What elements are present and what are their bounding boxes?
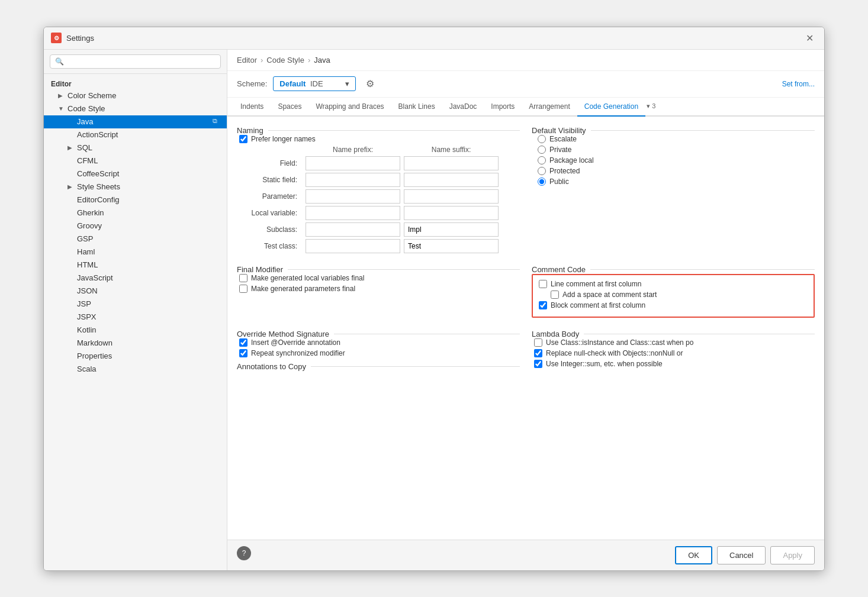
sidebar-item-java[interactable]: Java ⧉ — [44, 115, 227, 128]
sidebar-item-kotlin[interactable]: Kotlin ⧉ — [44, 324, 227, 337]
replace-null-check-checkbox[interactable] — [534, 349, 542, 357]
field-suffix-input[interactable] — [404, 156, 499, 170]
static-field-suffix-input[interactable] — [404, 173, 499, 187]
subclass-prefix-input[interactable] — [306, 222, 400, 237]
visibility-package-local-label: Package local — [549, 156, 594, 164]
tab-indents[interactable]: Indents — [233, 98, 271, 117]
insert-override-checkbox[interactable] — [239, 338, 247, 347]
visibility-private-radio[interactable] — [538, 146, 546, 154]
scheme-dropdown[interactable]: Default IDE ▾ — [273, 76, 356, 91]
lambda-body-options: Use Class::isInstance and Class::cast wh… — [532, 338, 815, 368]
sidebar-item-label: JSP — [77, 299, 213, 308]
set-from-link[interactable]: Set from... — [782, 80, 815, 88]
tab-javadoc[interactable]: JavaDoc — [442, 98, 484, 117]
sidebar-item-actionscript[interactable]: ActionScript ⧉ — [44, 128, 227, 141]
ok-button[interactable]: OK — [675, 546, 712, 564]
sidebar-item-style-sheets[interactable]: ▶ Style Sheets ⧉ — [44, 180, 227, 193]
sidebar-item-label: JSPX — [77, 312, 213, 321]
search-input[interactable] — [66, 57, 216, 66]
sidebar-item-label: Groovy — [77, 221, 213, 230]
apply-button[interactable]: Apply — [770, 546, 815, 564]
use-integer-sum-row: Use Integer::sum, etc. when possible — [534, 360, 815, 368]
test-class-prefix-input[interactable] — [306, 239, 400, 253]
sidebar-item-jsp[interactable]: JSP ⧉ — [44, 298, 227, 311]
override-method-title: Override Method Signature — [237, 330, 520, 338]
use-integer-sum-checkbox[interactable] — [534, 360, 542, 368]
local-variable-prefix-input[interactable] — [306, 206, 400, 220]
parameter-suffix-input[interactable] — [404, 189, 499, 204]
tab-arrangement[interactable]: Arrangement — [522, 98, 577, 117]
sidebar-item-javascript[interactable]: JavaScript ⧉ — [44, 272, 227, 285]
line-comment-first-col-checkbox[interactable] — [539, 280, 547, 288]
expand-arrow: ▶ — [67, 183, 76, 190]
visibility-public-label: Public — [549, 178, 569, 186]
visibility-package-local-radio[interactable] — [538, 156, 546, 164]
sidebar-item-color-scheme[interactable]: ▶ Color Scheme ⧉ — [44, 89, 227, 102]
final-local-vars-checkbox[interactable] — [239, 274, 247, 282]
naming-section: Naming Prefer longer names Name prefix: … — [237, 126, 520, 253]
sidebar-item-label: Haml — [77, 247, 213, 256]
repeat-synchronized-checkbox[interactable] — [239, 349, 247, 357]
final-params-checkbox[interactable] — [239, 285, 247, 293]
test-class-suffix-input[interactable] — [404, 239, 499, 253]
visibility-protected-row: Protected — [538, 167, 815, 175]
sidebar-item-gherkin[interactable]: Gherkin ⧉ — [44, 206, 227, 220]
use-integer-sum-label: Use Integer::sum, etc. when possible — [546, 360, 663, 368]
prefer-longer-row: Prefer longer names — [237, 135, 520, 143]
use-class-isinstance-checkbox[interactable] — [534, 338, 542, 347]
sidebar-tree: Editor ▶ Color Scheme ⧉ ▼ Code Style ⧉ J… — [44, 74, 227, 570]
breadcrumb-editor: Editor — [237, 56, 257, 64]
sidebar-item-haml[interactable]: Haml ⧉ — [44, 246, 227, 259]
static-field-prefix-input[interactable] — [306, 173, 400, 187]
parameter-prefix-input[interactable] — [306, 189, 400, 204]
visibility-protected-label: Protected — [549, 167, 580, 175]
subclass-suffix-input[interactable] — [404, 222, 499, 237]
field-prefix-input[interactable] — [306, 156, 400, 170]
help-button[interactable]: ? — [237, 546, 251, 560]
sidebar-item-scala[interactable]: Scala ⧉ — [44, 363, 227, 376]
sidebar-item-json[interactable]: JSON ⧉ — [44, 285, 227, 298]
scheme-name: Default — [279, 79, 306, 88]
line-comment-first-col-label: Line comment at first column — [551, 280, 641, 288]
visibility-protected-radio[interactable] — [538, 167, 546, 175]
lambda-body-title: Lambda Body — [532, 330, 815, 338]
tab-blank-lines[interactable]: Blank Lines — [391, 98, 442, 117]
comment-code-options: Line comment at first column Add a space… — [532, 274, 815, 318]
sidebar-item-coffeescript[interactable]: CoffeeScript ⧉ — [44, 167, 227, 180]
search-field-wrapper[interactable]: 🔍 — [50, 54, 221, 69]
block-comment-first-col-checkbox[interactable] — [539, 301, 547, 309]
cancel-button[interactable]: Cancel — [717, 546, 766, 564]
space-comment-start-checkbox[interactable] — [551, 291, 559, 299]
tab-imports[interactable]: Imports — [484, 98, 522, 117]
test-class-label: Test class: — [237, 242, 302, 250]
sidebar-item-html[interactable]: HTML ⧉ — [44, 259, 227, 272]
tabs-overflow[interactable]: ▾ 3 — [647, 98, 655, 115]
expand-arrow: ▶ — [67, 144, 76, 151]
sidebar-item-cfml[interactable]: CFML ⧉ — [44, 154, 227, 167]
sidebar-item-groovy[interactable]: Groovy ⧉ — [44, 220, 227, 233]
search-bar: 🔍 — [44, 50, 227, 74]
close-button[interactable]: ✕ — [802, 31, 817, 45]
tab-wrapping-braces[interactable]: Wrapping and Braces — [308, 98, 391, 117]
sidebar-item-sql[interactable]: ▶ SQL ⧉ — [44, 141, 227, 154]
sidebar-item-properties[interactable]: Properties ⧉ — [44, 350, 227, 363]
tab-code-generation[interactable]: Code Generation — [577, 98, 645, 117]
visibility-public-radio[interactable] — [538, 178, 546, 186]
sidebar-item-gsp[interactable]: GSP ⧉ — [44, 233, 227, 246]
subclass-label: Subclass: — [237, 225, 302, 234]
sidebar-item-editorconfig[interactable]: EditorConfig ⧉ — [44, 193, 227, 206]
sidebar-item-label: Color Scheme — [67, 91, 213, 100]
scheme-gear-button[interactable]: ⚙ — [362, 76, 378, 92]
visibility-escalate-radio[interactable] — [538, 135, 546, 143]
local-variable-suffix-input[interactable] — [404, 206, 499, 220]
sidebar-item-markdown[interactable]: Markdown ⧉ — [44, 337, 227, 350]
sidebar-item-label: CoffeeScript — [77, 169, 213, 178]
final-params-label: Make generated parameters final — [251, 285, 355, 293]
expand-arrow: ▶ — [58, 92, 66, 99]
copy-icon: ⧉ — [213, 117, 222, 127]
sidebar-item-code-style[interactable]: ▼ Code Style ⧉ — [44, 102, 227, 115]
sidebar-item-label: Code Style — [67, 104, 213, 113]
prefer-longer-checkbox[interactable] — [239, 135, 247, 143]
sidebar-item-jspx[interactable]: JSPX ⧉ — [44, 311, 227, 324]
tab-spaces[interactable]: Spaces — [271, 98, 308, 117]
